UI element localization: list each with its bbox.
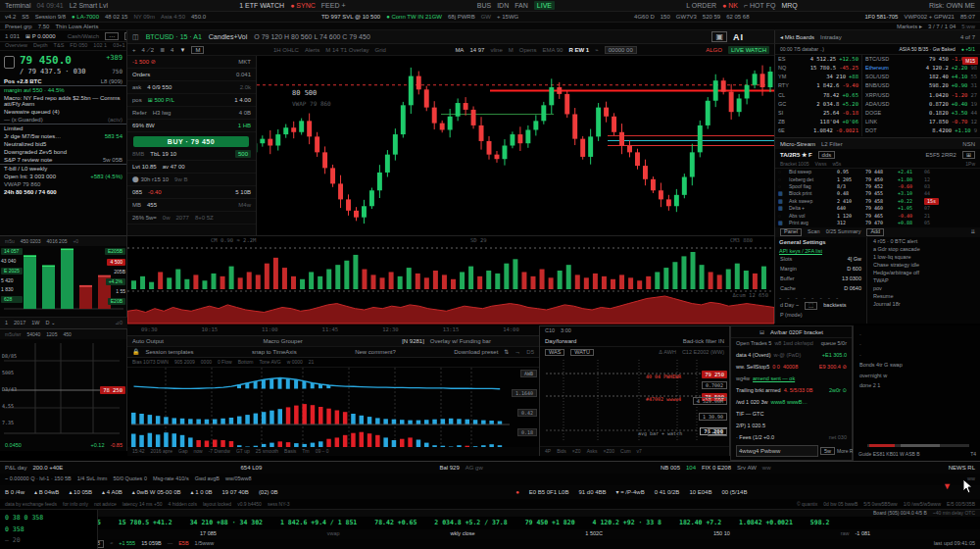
quote-tab[interactable]: 03+1 [113, 43, 124, 49]
right-header-item[interactable]: Intraday [820, 34, 842, 40]
mid-toolbar-item[interactable]: Download preset [454, 349, 498, 355]
menu-item[interactable]: L2 Smart Lvl [70, 2, 108, 9]
menu-item[interactable]: FAN [514, 2, 528, 9]
menu-item[interactable]: FEED + [321, 2, 346, 9]
settings-link[interactable]: API keys / 2FA list [775, 247, 866, 255]
right-tab[interactable]: Panel [780, 228, 802, 236]
ticker-item[interactable]: 34 210 +88 · 34 302 [190, 520, 263, 526]
menu-item[interactable]: BUS [477, 2, 491, 9]
watchlist-row[interactable]: DOGE0.1820+3.5044 [862, 109, 980, 118]
menu-item[interactable]: ⌐ HOT FQ [744, 2, 775, 9]
strategy-line[interactable]: pov [867, 284, 980, 292]
right-tab[interactable]: 0/25 Summary [826, 229, 861, 235]
preset-item[interactable]: Preset grp [5, 24, 32, 29]
chart-toolbar-item[interactable]: R EW 1 [568, 47, 589, 53]
strategy-line[interactable]: Chase strategy idle [867, 261, 980, 269]
watchlist-row[interactable]: ZB118'04+0'06 [775, 118, 861, 126]
order-row[interactable]: Trailing brkt armed4. 5/5/33 0B2w0r ⊙ [731, 385, 852, 397]
menu-item[interactable]: IDN [497, 2, 509, 9]
tape-row[interactable]: ▥Ask sweep2 41079 458+0.2215s [775, 198, 980, 205]
preset-item[interactable]: Markets ▸ [897, 24, 922, 29]
order-row[interactable]: 2/P) 1 020.5 [731, 421, 852, 432]
ladder-filter[interactable]: WATU [570, 349, 594, 357]
news-line[interactable]: Macro: NY Fed repo adds $2.5bn — Comms a… [0, 94, 126, 108]
mid-toolbar-item[interactable]: snap to TimeAxis [252, 349, 297, 355]
tape-row[interactable]: ◌Bid sweep0.9579 448+2.4106 [775, 169, 980, 175]
depth-range-tab[interactable]: 1 [5, 321, 8, 326]
right-tab[interactable]: Scan [808, 229, 820, 235]
orders-header-item[interactable]: ⊟ [760, 329, 764, 335]
order-buy-button[interactable]: 5w [820, 447, 835, 455]
mid-toolbar-item[interactable]: New comment? [355, 349, 396, 355]
chart-toolbar-item[interactable]: 4 ⟋2 [142, 47, 155, 53]
order-row[interactable]: wg4wamend sent — ok [731, 374, 852, 385]
order-row[interactable]: Open Trades 5w8 1wd okr/wpdqueue 5/0r [731, 338, 852, 350]
watchlist-row[interactable]: BNB/USD598.20+0.9031 [862, 82, 980, 91]
settings-row[interactable]: Slots4] Gw [775, 255, 866, 265]
quote-header-item[interactable]: ▫ [124, 32, 126, 40]
tape-header-item[interactable]: ⊞ [962, 151, 975, 159]
settings-row[interactable]: MarginD 600 [775, 265, 866, 274]
watchlist-row[interactable]: GC2 034.8+5.20 [775, 100, 861, 109]
chart-toolbar-item[interactable]: ≣ [160, 47, 165, 53]
dom-row[interactable]: 085-0.405 10B [127, 186, 256, 199]
mid-toolbar-item[interactable]: Session templates [146, 349, 194, 355]
order-more-link[interactable]: More Regulation [837, 448, 854, 454]
strategy-line[interactable]: 1 low-liq square [867, 253, 980, 261]
tape-row[interactable]: ▥Print avg31279 470+0.8805 [775, 220, 980, 226]
dom-row[interactable]: 8MBTbL 19 10500 [127, 148, 256, 161]
chart-toolbar-item[interactable]: M [191, 46, 204, 54]
mid-toolbar-item[interactable]: Overlay w/ Funding bar [430, 338, 491, 344]
chart-toolbar-item[interactable]: Alerts [305, 47, 319, 53]
depth-range-tab[interactable]: 1W [31, 321, 39, 326]
ticker-item[interactable]: 598.2 [810, 520, 830, 526]
mid-toolbar-item[interactable]: Auto Output [132, 338, 164, 344]
dom-row[interactable]: ReferH3 Iwg4 0B [127, 107, 256, 120]
quote-tab[interactable]: 102 1 [93, 43, 107, 49]
news-line[interactable]: Limited [0, 125, 126, 132]
news-line[interactable]: Pos +2.8 BTCL8 (909) [0, 77, 126, 86]
book-bar-item[interactable]: L2 Filter [821, 141, 843, 147]
settings-row[interactable]: CacheD 0640 [775, 284, 866, 294]
chart-toolbar-item[interactable]: ⌁ [595, 47, 599, 53]
watchlist-row[interactable]: CL78.42+0.65 [775, 91, 861, 100]
tape-row[interactable]: ▥Block print0.4879 455+3.1044 [775, 190, 980, 197]
news-line[interactable]: Downgraded Zev5 bond [0, 148, 126, 156]
strategy-line[interactable]: Resume [867, 292, 980, 300]
ticker-tape[interactable]: 6 951.25 +4.50 · 6 955.7515 780.5 +41.23… [0, 517, 980, 529]
settings-foot-item[interactable]: ⬚ [805, 302, 817, 310]
watchlist-row[interactable]: LINK17.850-0.7012 [862, 118, 980, 126]
dom-row[interactable]: -1 500 ⊘MKT [127, 56, 256, 69]
chart-toolbar-item[interactable]: 4 [171, 47, 173, 53]
tape-row[interactable]: ◌Iceberg det1 20579 450+1.8012 [775, 175, 980, 182]
order-row[interactable]: data 4 (Overd)w-@ (FwD)+E1 305.0 [731, 350, 852, 362]
chart-toolbar-item[interactable]: MA [455, 47, 464, 53]
ticker-item[interactable]: 15 780.5 +41.2 [119, 520, 172, 526]
right-header-item[interactable]: ◂ Mkt Boards [780, 34, 814, 40]
watchlist-row[interactable]: NQ15 780.5-45.25 [775, 64, 861, 73]
chart-toolbar-item[interactable]: + [132, 47, 136, 53]
news-line[interactable]: Neutralized bid5 [0, 140, 126, 148]
chart-toolbar-item[interactable]: 1H OHLC [273, 47, 299, 53]
strategy-line[interactable]: Hedge/arbitrage off [867, 269, 980, 276]
news-line[interactable]: — (x Guarded)(actv) [0, 116, 126, 125]
strategy-line[interactable]: TWAP [867, 276, 980, 284]
watchlist-row[interactable]: 6E1.0842-0.0021 [775, 127, 861, 136]
tape-row[interactable]: ◌Spoof flag8/379 452-0.6003 [775, 183, 980, 190]
preset-item[interactable]: Thin Lows Alerts [55, 24, 98, 29]
news-line[interactable]: VWAP 79 860 [0, 180, 126, 188]
chart-toolbar-item[interactable]: M 14 T1 Overlay [325, 47, 368, 53]
dom-row[interactable]: MB455M4w [127, 199, 256, 212]
ai-assistant-icon[interactable]: ▣ [711, 31, 727, 42]
menu-item[interactable]: L ORDER [686, 2, 716, 9]
tape-header-item[interactable]: dds [818, 151, 836, 159]
order-row[interactable]: /wd 1 020 3wwww8 wwwB… [731, 397, 852, 409]
ticker-item[interactable]: 1 842.6 +9.4 / 1 851 [280, 520, 357, 526]
chart-toolbar-item[interactable]: Opens [519, 47, 537, 53]
ticker-item[interactable]: 182.40 +7.2 [679, 520, 721, 526]
depth-range-tab[interactable]: 2017 [14, 321, 25, 326]
quote-tab[interactable]: Overview [5, 43, 27, 49]
chart-toolbar-item[interactable]: Grid [375, 47, 386, 53]
strategy-line[interactable]: Journal 18r [867, 300, 980, 308]
buy-button[interactable]: BUY · 79 450 [133, 136, 249, 147]
